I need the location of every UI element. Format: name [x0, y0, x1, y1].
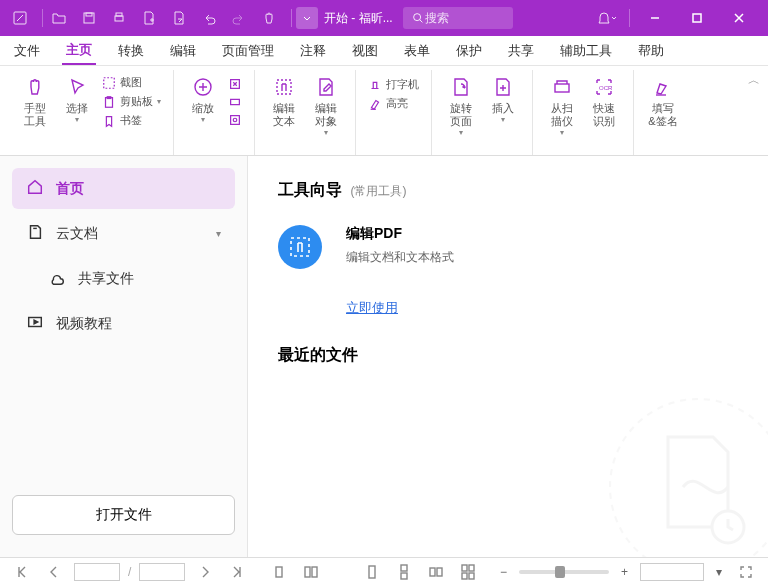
menu-edit[interactable]: 编辑	[166, 38, 200, 64]
ribbon-group-zoom: 缩放 ▾	[174, 70, 255, 155]
cloud-share-icon	[48, 268, 66, 289]
menu-convert[interactable]: 转换	[114, 38, 148, 64]
layout-continuous-icon[interactable]	[392, 562, 416, 582]
from-scanner-button[interactable]: 从扫 描仪 ▾	[541, 72, 583, 137]
menu-protect[interactable]: 保护	[452, 38, 486, 64]
page-separator: /	[128, 565, 131, 579]
hand-tool-button[interactable]: 手型 工具	[14, 72, 56, 128]
app-logo-icon[interactable]	[8, 6, 32, 30]
tool-card-edit-pdf[interactable]: 编辑PDF 编辑文档和文本格式	[278, 225, 738, 269]
quickaccess-dropdown[interactable]	[296, 7, 318, 29]
zoom-level-input[interactable]	[640, 563, 704, 581]
redo-icon[interactable]	[227, 6, 251, 30]
menu-page-manage[interactable]: 页面管理	[218, 38, 278, 64]
chevron-down-icon: ▾	[201, 115, 205, 124]
bell-icon[interactable]	[595, 6, 619, 30]
svg-rect-33	[469, 573, 474, 579]
page-number-input[interactable]	[74, 563, 120, 581]
ribbon-collapse-button[interactable]: ︿	[748, 72, 760, 89]
edit-text-button[interactable]: 编辑 文本	[263, 72, 305, 128]
undo-icon[interactable]	[197, 6, 221, 30]
last-page-button[interactable]	[225, 562, 249, 582]
menu-home[interactable]: 主页	[62, 37, 96, 65]
zoom-out-button[interactable]: −	[496, 563, 511, 581]
save-icon[interactable]	[77, 6, 101, 30]
rotate-icon	[448, 74, 474, 100]
home-icon	[26, 178, 44, 199]
menu-accessibility[interactable]: 辅助工具	[556, 38, 616, 64]
bookmark-button[interactable]: 书签	[98, 112, 165, 129]
open-file-button[interactable]: 打开文件	[12, 495, 235, 535]
ribbon: 手型 工具 选择 ▾ 截图 剪贴板▾ 书签 缩放 ▾ 编辑 文本	[0, 66, 768, 156]
chevron-down-icon: ▾	[459, 128, 463, 137]
next-page-button[interactable]	[193, 562, 217, 582]
menu-form[interactable]: 表单	[400, 38, 434, 64]
typewriter-button[interactable]: 打字机	[364, 76, 423, 93]
prev-page-button[interactable]	[42, 562, 66, 582]
svg-rect-13	[231, 116, 240, 125]
menu-help[interactable]: 帮助	[634, 38, 668, 64]
wizard-header: 工具向导 (常用工具)	[278, 180, 738, 201]
menu-view[interactable]: 视图	[348, 38, 382, 64]
hand-dropdown-icon[interactable]	[257, 6, 281, 30]
menu-file[interactable]: 文件	[10, 38, 44, 64]
print-icon[interactable]	[107, 6, 131, 30]
highlight-button[interactable]: 高亮	[364, 95, 423, 112]
sidebar-item-video-tutorial[interactable]: 视频教程	[12, 303, 235, 344]
view-single-button[interactable]	[267, 562, 291, 582]
screenshot-button[interactable]: 截图	[98, 74, 165, 91]
fullscreen-button[interactable]	[734, 562, 758, 582]
separator	[42, 9, 43, 27]
svg-rect-15	[277, 80, 291, 94]
insert-page-icon	[490, 74, 516, 100]
zoom-in-button[interactable]: +	[617, 563, 632, 581]
tool-desc: 编辑文档和文本格式	[346, 249, 454, 266]
quick-ocr-button[interactable]: OCR 快速 识别	[583, 72, 625, 128]
zoom-button[interactable]: 缩放 ▾	[182, 72, 224, 124]
svg-rect-31	[469, 565, 474, 571]
zoom-in-icon	[190, 74, 216, 100]
layout-continuous-facing-icon[interactable]	[456, 562, 480, 582]
search-icon	[411, 11, 425, 25]
hand-icon	[22, 74, 48, 100]
clipboard-button[interactable]: 剪贴板▾	[98, 93, 165, 110]
layout-single-icon[interactable]	[360, 562, 384, 582]
svg-rect-25	[369, 566, 375, 578]
menu-annotate[interactable]: 注释	[296, 38, 330, 64]
ribbon-group-annotate: 打字机 高亮	[356, 70, 432, 155]
search-input[interactable]	[425, 11, 495, 25]
open-folder-icon[interactable]	[47, 6, 71, 30]
edit-object-button[interactable]: 编辑 对象 ▾	[305, 72, 347, 137]
first-page-button[interactable]	[10, 562, 34, 582]
doc-export-icon[interactable]	[167, 6, 191, 30]
fill-sign-button[interactable]: 填写 &签名	[642, 72, 684, 128]
zoom-dropdown-button[interactable]: ▾	[712, 563, 726, 581]
zoom-slider[interactable]	[519, 570, 609, 574]
ribbon-group-sign: 填写 &签名	[634, 70, 692, 155]
page-total-display	[139, 563, 185, 581]
menu-share[interactable]: 共享	[504, 38, 538, 64]
sidebar-item-home[interactable]: 首页	[12, 168, 235, 209]
fit-width-button[interactable]	[224, 94, 246, 110]
titlebar: 开始 - 福昕...	[0, 0, 768, 36]
view-facing-button[interactable]	[299, 562, 323, 582]
fit-page-button[interactable]	[224, 76, 246, 92]
ribbon-annotate-stack: 打字机 高亮	[364, 72, 423, 112]
sidebar-item-shared-files[interactable]: 共享文件	[12, 258, 235, 299]
layout-facing-icon[interactable]	[424, 562, 448, 582]
minimize-button[interactable]	[634, 0, 676, 36]
chevron-down-icon: ▾	[560, 128, 564, 137]
svg-rect-12	[231, 99, 240, 104]
search-box[interactable]	[403, 7, 513, 29]
maximize-button[interactable]	[676, 0, 718, 36]
select-tool-button[interactable]: 选择 ▾	[56, 72, 98, 124]
tool-use-now-link[interactable]: 立即使用	[346, 299, 738, 317]
close-button[interactable]	[718, 0, 760, 36]
doc-add-icon[interactable]	[137, 6, 161, 30]
zoom-slider-thumb[interactable]	[555, 566, 565, 578]
rotate-page-button[interactable]: 旋转 页面 ▾	[440, 72, 482, 137]
sidebar-item-cloud-docs[interactable]: 云文档 ▾	[12, 213, 235, 254]
svg-rect-22	[276, 567, 282, 577]
fit-visible-button[interactable]	[224, 112, 246, 128]
insert-button[interactable]: 插入 ▾	[482, 72, 524, 124]
